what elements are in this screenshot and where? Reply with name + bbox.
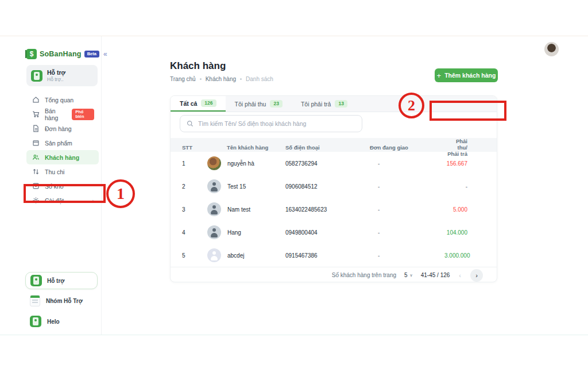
chevron-down-icon: ∨ [410, 273, 413, 278]
sidebar-item-label: Cài đặt [45, 197, 64, 204]
sidebar-item-san-pham[interactable]: Sản phẩm [26, 136, 99, 150]
customer-avatar [207, 156, 221, 170]
search-input[interactable] [198, 120, 355, 127]
per-page-select[interactable]: 5 ∨ [404, 272, 413, 278]
sidebar-item-label: Bán hàng [45, 108, 67, 121]
shop-subtitle: Hỗ trợ.. [47, 76, 65, 82]
sidebar-item-cai-dat[interactable]: Cài đặt › [26, 193, 99, 208]
beta-badge: Beta [84, 51, 99, 57]
customers-icon [32, 154, 40, 161]
product-icon [32, 139, 40, 147]
shipping-count: - [370, 229, 444, 236]
home-icon [32, 96, 40, 103]
balance-amount: 3.000.000 [444, 252, 497, 259]
sidebar-item-ban-hang[interactable]: Bán hàng Phổ biến [26, 107, 99, 121]
shop-avatar-icon [31, 70, 42, 82]
row-index: 2 [171, 183, 207, 190]
annotation-circle-step1: 1 [106, 179, 135, 208]
plus-icon: + [437, 72, 442, 79]
customer-name: nguyễn hà [227, 160, 254, 167]
support-shop-label: Hỗ trợ [47, 278, 64, 284]
table-row[interactable]: 2 Test 15 0906084512 - - [171, 175, 497, 198]
shipping-count: - [370, 252, 444, 259]
tab-toi-phai-tra[interactable]: Tôi phải trả 13 [292, 96, 357, 112]
user-avatar[interactable] [544, 42, 559, 56]
cashflow-icon [32, 168, 40, 175]
popular-badge: Phổ biến [72, 109, 94, 120]
shop-name: Hỗ trợ [47, 69, 65, 76]
helo-shop-label: Helo [47, 319, 60, 325]
sidebar-item-thu-chi[interactable]: Thu chi [26, 164, 99, 179]
shipping-count: - [370, 206, 444, 213]
col-phone: Số điện thoại [285, 144, 370, 151]
breadcrumb-section[interactable]: Khách hàng [206, 76, 236, 82]
table-row[interactable]: 5 abcdej 0915467386 - 3.000.000 [171, 244, 497, 267]
customers-card: Tất cả 126 Tôi phải thu 23 Tôi phải trả … [170, 95, 497, 282]
customer-search[interactable] [180, 115, 362, 132]
screen: SoBanHang Beta « Hỗ trợ Hỗ trợ.. Tổng qu… [0, 0, 588, 372]
shipping-count: - [370, 160, 444, 167]
table-row[interactable]: 4 Hang 0949800404 - 104.000 [171, 221, 497, 244]
support-group-label: Nhóm Hỗ Trợ [46, 298, 83, 304]
per-page-value: 5 [404, 272, 408, 278]
sidebar-item-label: Tổng quan [45, 97, 74, 103]
shipping-count: - [370, 183, 444, 190]
customer-phone: 0949800404 [285, 229, 370, 236]
settings-icon [32, 197, 40, 204]
search-icon [187, 120, 194, 127]
customer-name: Nam test [227, 206, 250, 213]
page-title: Khách hàng [170, 60, 226, 72]
add-customer-label: Thêm khách hàng [444, 72, 496, 79]
table-row[interactable]: 3 Nam test 1634022485623 - 5.000 [171, 198, 497, 221]
shop-profile-card[interactable]: Hỗ trợ Hỗ trợ.. [26, 65, 98, 86]
app-window: SoBanHang Beta « Hỗ trợ Hỗ trợ.. Tổng qu… [0, 36, 588, 335]
customer-phone: 0915467386 [285, 252, 370, 259]
app-logo: SoBanHang Beta « [26, 48, 99, 60]
tab-tat-ca[interactable]: Tất cả 126 [171, 96, 226, 112]
customer-avatar [207, 179, 221, 193]
helo-shop-item[interactable]: Helo [30, 316, 98, 327]
breadcrumb-separator [240, 78, 242, 80]
balance-amount: 104.000 [444, 229, 497, 236]
col-name: Tên khách hàng [207, 144, 285, 151]
sidebar-item-label: Sản phẩm [45, 140, 72, 147]
col-stt: STT [171, 144, 207, 151]
sidebar-item-label: Sổ kho [45, 183, 64, 190]
table-header: STT Tên khách hàng Số điện thoại Đơn đan… [171, 138, 497, 152]
breadcrumb-separator [200, 78, 202, 80]
sidebar-item-don-hang[interactable]: Đơn hàng [26, 121, 99, 136]
support-group-item[interactable]: Nhóm Hỗ Trợ [30, 295, 98, 306]
sobanhang-logo-icon [26, 49, 37, 59]
next-page-icon[interactable]: › [470, 269, 483, 282]
tab-count-badge: 23 [270, 100, 282, 108]
add-customer-button[interactable]: + Thêm khách hàng [435, 68, 498, 82]
sidebar: SoBanHang Beta « Hỗ trợ Hỗ trợ.. Tổng qu… [0, 36, 101, 335]
tab-label: Tôi phải trả [301, 101, 331, 108]
row-index: 4 [171, 229, 207, 236]
customers-table: STT Tên khách hàng Số điện thoại Đơn đan… [171, 138, 497, 267]
breadcrumb: Trang chủ Khách hàng Danh sách [170, 76, 273, 82]
col-shipping: Đơn đang giao [370, 144, 444, 151]
support-shop-item[interactable]: Hỗ trợ [25, 272, 98, 289]
page-range: 41-45 / 126 [421, 272, 450, 278]
customer-phone: 0582736294 [285, 160, 370, 167]
inventory-icon [32, 182, 40, 190]
tab-label: Tôi phải thu [235, 101, 266, 108]
tab-label: Tất cả [180, 100, 197, 107]
row-index: 5 [171, 252, 207, 259]
sidebar-item-tong-quan[interactable]: Tổng quan [26, 93, 99, 107]
breadcrumb-home[interactable]: Trang chủ [170, 76, 196, 82]
sidebar-item-khach-hang[interactable]: Khách hàng [26, 150, 99, 164]
order-icon [32, 125, 40, 132]
sidebar-item-label: Thu chi [45, 168, 64, 175]
support-avatar-icon [30, 275, 42, 286]
sidebar-collapse-icon[interactable]: « [103, 50, 107, 58]
customer-avatar [207, 248, 221, 262]
app-name: SoBanHang [40, 50, 82, 58]
tab-toi-phai-thu[interactable]: Tôi phải thu 23 [226, 96, 292, 112]
sidebar-item-so-kho[interactable]: Sổ kho [26, 179, 99, 193]
sidebar-menu: Tổng quan Bán hàng Phổ biến Đơn hàng Sản… [26, 93, 99, 208]
helo-avatar-icon [30, 316, 41, 327]
customer-phone: 0906084512 [285, 183, 370, 190]
prev-page-icon[interactable]: ‹ [458, 272, 462, 279]
